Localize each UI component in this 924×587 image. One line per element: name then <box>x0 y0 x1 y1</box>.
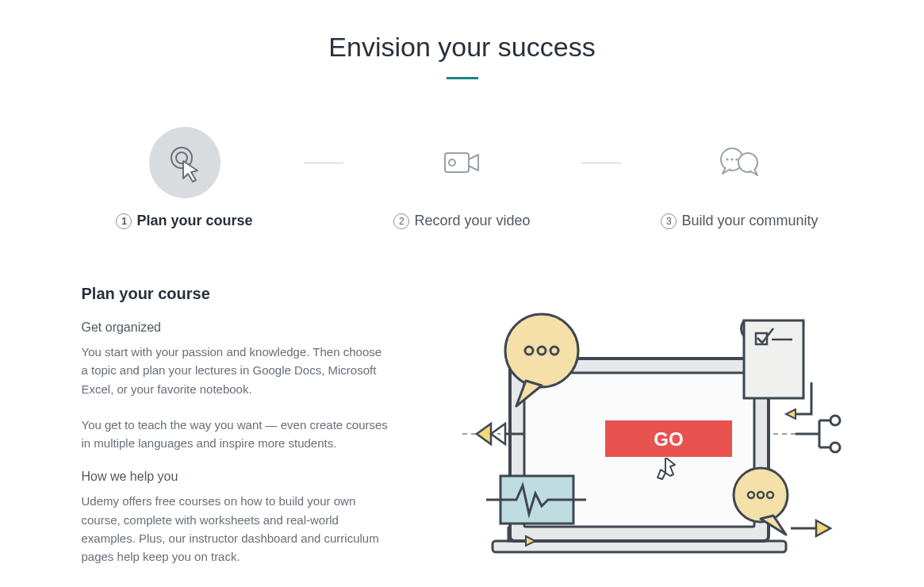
step-number: 2 <box>393 213 409 229</box>
svg-rect-11 <box>493 541 786 552</box>
chat-bubbles-icon <box>718 145 762 180</box>
video-camera-icon <box>442 147 483 178</box>
step-connector <box>304 163 343 163</box>
step-label-text: Plan your course <box>136 213 252 229</box>
svg-point-3 <box>449 159 455 166</box>
step-plan-course[interactable]: 1 Plan your course <box>82 127 288 229</box>
step-number: 1 <box>116 213 132 229</box>
detail-text: Plan your course Get organized You start… <box>82 285 391 583</box>
step-label-text: Build your community <box>681 213 818 229</box>
step-label-text: Record your video <box>414 213 530 229</box>
step-connector <box>581 163 621 163</box>
svg-point-6 <box>730 158 733 160</box>
step-build-community[interactable]: 3 Build your community <box>637 127 843 229</box>
detail-heading: Plan your course <box>82 285 391 303</box>
detail-paragraph: You start with your passion and knowledg… <box>82 343 391 398</box>
content-row: Plan your course Get organized You start… <box>82 285 843 583</box>
detail-subhead-2: How we help you <box>82 470 391 484</box>
cursor-target-icon <box>164 142 205 183</box>
svg-point-23 <box>734 468 788 522</box>
svg-point-16 <box>505 314 578 387</box>
step-record-video[interactable]: 2 Record your video <box>359 127 566 229</box>
svg-point-32 <box>830 443 840 452</box>
detail-subhead-1: Get organized <box>82 320 391 335</box>
step-number: 3 <box>661 213 677 229</box>
go-button-text: GO <box>654 428 683 450</box>
title-underline <box>447 77 478 79</box>
detail-paragraph: You get to teach the way you want — even… <box>82 416 391 453</box>
detail-paragraph: Udemy offers free courses on how to buil… <box>82 492 391 566</box>
svg-point-31 <box>830 416 840 425</box>
illustration: GO <box>431 285 843 583</box>
steps-row: 1 Plan your course 2 Record your video <box>82 127 843 229</box>
svg-point-7 <box>735 158 738 160</box>
go-button-illustration: GO <box>605 420 732 457</box>
svg-point-5 <box>726 158 728 160</box>
page-title: Envision your success <box>82 32 843 63</box>
